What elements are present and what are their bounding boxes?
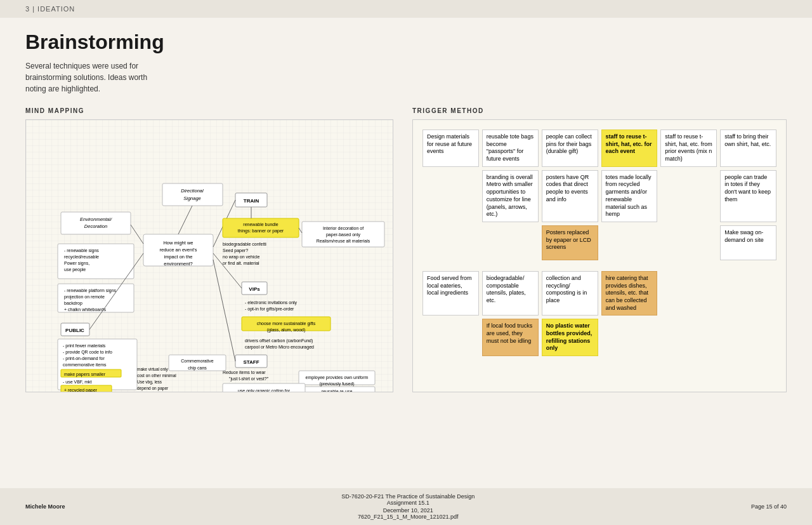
- svg-text:reusable re-use: reusable re-use: [322, 389, 353, 392]
- mind-map-svg: How might we reduce an event's impact on…: [26, 120, 393, 392]
- svg-text:chip cans: chip cans: [188, 366, 207, 371]
- trigger-card-empty: [422, 170, 479, 222]
- svg-text:- print fewer materials: - print fewer materials: [63, 343, 106, 349]
- svg-text:drivers offset carbon (carbonF: drivers offset carbon (carbonFund): [245, 338, 313, 343]
- svg-text:cost on other minimal: cost on other minimal: [137, 373, 176, 378]
- trigger-card-empty: [660, 319, 717, 356]
- svg-text:PUBLIC: PUBLIC: [65, 328, 84, 333]
- svg-text:renewable bundle: renewable bundle: [243, 222, 278, 227]
- trigger-container: Design materials for reuse at future eve…: [412, 119, 787, 392]
- trigger-row-3: Posters replaced by epaper or LCD screen…: [422, 225, 776, 260]
- trigger-card-empty: [422, 319, 479, 356]
- page-title: Brainstorming: [25, 30, 787, 54]
- trigger-row-1: Design materials for reuse at future eve…: [422, 130, 776, 167]
- mind-map-label: MIND MAPPING: [25, 107, 400, 114]
- svg-text:biodegradable confetti: biodegradable confetti: [223, 242, 266, 247]
- trigger-card-empty: [422, 225, 479, 260]
- svg-text:backdrop: backdrop: [64, 301, 82, 306]
- trigger-row-5: If local food trucks are used, they must…: [422, 319, 776, 356]
- trigger-method-section: TRIGGER METHOD Design materials for reus…: [412, 107, 787, 392]
- svg-text:- use VBF, mkt: - use VBF, mkt: [63, 380, 92, 384]
- trigger-card-empty: [660, 271, 717, 316]
- trigger-row-2: branding is overall Metro with smaller o…: [422, 170, 776, 222]
- trigger-label: TRIGGER METHOD: [412, 107, 787, 114]
- footer-date: December 10, 2021: [341, 507, 475, 514]
- svg-text:Commemorative: Commemorative: [181, 359, 213, 363]
- trigger-card: Design materials for reuse at future eve…: [422, 130, 479, 167]
- sections-row: MIND MAPPING How might we redu: [25, 107, 787, 392]
- trigger-card: staff to reuse t-shirt, hat, etc. from p…: [660, 130, 717, 167]
- svg-text:use people: use people: [64, 267, 86, 272]
- trigger-card: hire catering that provides dishes, uten…: [601, 271, 658, 316]
- trigger-card: staff to bring their own shirt, hat, etc…: [720, 130, 776, 167]
- page: 3 | IDEATION Brainstorming Several techn…: [0, 0, 812, 525]
- svg-text:STAFF: STAFF: [243, 359, 259, 365]
- trigger-card-empty: [601, 319, 658, 356]
- trigger-card: Food served from local eateries, local i…: [422, 271, 479, 316]
- svg-text:Realism/reuse alt materials: Realism/reuse alt materials: [317, 239, 370, 243]
- intro-text: Several techniques were used for brainst…: [25, 60, 165, 95]
- trigger-card-highlighted: No plastic water bottles provided, refil…: [542, 319, 598, 356]
- svg-text:- provide QR code to info: - provide QR code to info: [63, 350, 112, 355]
- svg-text:Use vbg, less: Use vbg, less: [137, 380, 162, 385]
- trigger-card: biodegradable/ compostable utensils, pla…: [482, 271, 539, 316]
- svg-text:make papers smaller: make papers smaller: [64, 372, 106, 377]
- svg-text:Environmental/: Environmental/: [80, 216, 112, 222]
- svg-text:or find alt. material: or find alt. material: [223, 261, 259, 265]
- svg-text:TRAIN: TRAIN: [244, 198, 259, 204]
- header-bar: 3 | IDEATION: [0, 0, 812, 18]
- trigger-card-empty: [660, 170, 717, 222]
- svg-text:+ chalkn whiteboards: + chalkn whiteboards: [64, 307, 106, 312]
- footer-author: Michele Moore: [25, 503, 65, 510]
- svg-text:+ recycled paper: + recycled paper: [64, 388, 98, 392]
- section-label: 3 | IDEATION: [25, 5, 75, 13]
- trigger-card-empty: [720, 271, 776, 316]
- mind-map-container: How might we reduce an event's impact on…: [25, 119, 393, 392]
- trigger-card: collection and recycling/ composting is …: [542, 271, 598, 316]
- trigger-card: Make swag on-demand on site: [720, 225, 776, 260]
- trigger-card: reusable tote bags become "passports" fo…: [482, 130, 539, 167]
- svg-text:commemorative items: commemorative items: [63, 362, 107, 367]
- trigger-card-highlighted: staff to reuse t-shirt, hat, etc. for ea…: [601, 130, 658, 167]
- svg-text:(previously fused): (previously fused): [319, 382, 354, 387]
- svg-text:things: banner or paper: things: banner or paper: [238, 229, 284, 234]
- svg-text:reduce an event's: reduce an event's: [160, 247, 197, 253]
- svg-text:projection on remote: projection on remote: [64, 295, 105, 300]
- trigger-card-empty: [660, 225, 717, 260]
- svg-text:Directional: Directional: [181, 188, 204, 194]
- svg-rect-43: [162, 183, 223, 206]
- svg-text:make virtual only: make virtual only: [137, 367, 169, 372]
- trigger-card-empty: [601, 225, 658, 260]
- trigger-card: totes made locally from recycled garment…: [601, 170, 658, 222]
- svg-text:carpool or Metro Micro encoura: carpool or Metro Micro encouraged: [245, 345, 314, 350]
- mind-map-section: MIND MAPPING How might we redu: [25, 107, 400, 392]
- trigger-card: branding is overall Metro with smaller o…: [482, 170, 539, 222]
- svg-text:Signage: Signage: [183, 196, 201, 201]
- svg-text:Interior decoration of: Interior decoration of: [323, 226, 363, 230]
- svg-text:- renewable platform signs: - renewable platform signs: [64, 288, 117, 293]
- footer: Michele Moore SD-7620-20-F21 The Practic…: [0, 488, 812, 525]
- content-area: Brainstorming Several techniques were us…: [0, 18, 812, 405]
- svg-rect-9: [223, 218, 299, 237]
- trigger-card-empty: [720, 319, 776, 356]
- trigger-row-4: Food served from local eateries, local i…: [422, 271, 776, 316]
- footer-page: Page 15 of 40: [751, 503, 787, 510]
- footer-center: SD-7620-20-F21 The Practice of Sustainab…: [341, 493, 475, 520]
- svg-text:choose more sustainable gifts: choose more sustainable gifts: [257, 321, 316, 326]
- svg-text:Power signs,: Power signs,: [64, 261, 89, 266]
- svg-text:(glass, alum, wood): (glass, alum, wood): [267, 328, 306, 333]
- svg-text:no wrap on vehicle: no wrap on vehicle: [223, 255, 259, 260]
- svg-text:VIPs: VIPs: [249, 286, 260, 292]
- svg-text:- opt-in for gifts/pre-order: - opt-in for gifts/pre-order: [245, 307, 294, 312]
- svg-text:Decoration: Decoration: [84, 223, 107, 229]
- svg-text:Reduce items to wear: Reduce items to wear: [223, 370, 266, 375]
- trigger-card: If local food trucks are used, they must…: [482, 319, 539, 356]
- svg-text:environment?: environment?: [164, 261, 192, 267]
- svg-text:- print-on-demand for: - print-on-demand for: [63, 356, 105, 361]
- svg-text:recycled/reusable: recycled/reusable: [64, 255, 99, 260]
- svg-text:impact on the: impact on the: [164, 254, 192, 260]
- trigger-card-empty: [482, 225, 539, 260]
- svg-text:Seed paper?: Seed paper?: [223, 248, 248, 253]
- svg-text:"just t-shirt or vest?": "just t-shirt or vest?": [229, 376, 269, 382]
- footer-assignment: Assignment 15.1: [341, 500, 475, 506]
